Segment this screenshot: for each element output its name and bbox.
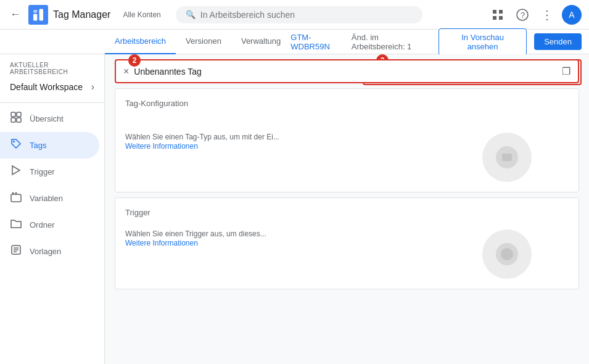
- tags-icon: [10, 138, 22, 152]
- avatar-letter: A: [569, 10, 574, 20]
- badge-2: 2: [128, 54, 141, 67]
- svg-rect-6: [493, 16, 496, 20]
- vorlagen-icon: [10, 244, 22, 259]
- sidebar-item-label: Tags: [30, 141, 46, 150]
- svg-rect-12: [11, 118, 15, 122]
- help-icon: ?: [516, 9, 529, 21]
- svg-text:?: ?: [521, 10, 525, 20]
- tag-config-title: Tag-Konfiguration: [125, 99, 355, 108]
- changes-label: Änd. im Arbeitsbereich: 1: [352, 33, 431, 51]
- variablen-icon: [10, 191, 22, 205]
- svg-rect-4: [493, 10, 496, 14]
- workspace-label: AKTUELLER ARBEITSBEREICH: [10, 62, 94, 75]
- tag-header: 2 × Unbenanntes Tag ❒: [115, 59, 355, 83]
- svg-rect-2: [39, 9, 43, 20]
- ubersicht-icon: [10, 112, 22, 126]
- trigger-link[interactable]: Weitere Informationen: [125, 239, 198, 247]
- top-bar-icons: ? ⋮ A: [488, 5, 582, 25]
- workspace-section: AKTUELLER ARBEITSBEREICH Default Workspa…: [0, 54, 104, 100]
- search-icon: 🔍: [186, 10, 196, 19]
- help-icon-button[interactable]: ?: [513, 5, 532, 25]
- tab-verwaltung[interactable]: Verwaltung: [231, 30, 290, 54]
- svg-point-18: [15, 192, 17, 194]
- sidebar-item-label: Trigger: [30, 167, 55, 176]
- workspace-name-button[interactable]: Default Workspace ›: [10, 79, 94, 95]
- tag-config-description: Wählen Sie einen Tag-Typ aus, um mit der…: [125, 133, 355, 141]
- svg-rect-16: [11, 194, 21, 202]
- tab-versionen[interactable]: Versionen: [176, 30, 231, 54]
- ordner-icon: [10, 218, 22, 232]
- sidebar: AKTUELLER ARBEITSBEREICH Default Workspa…: [0, 54, 105, 364]
- sidebar-divider: [0, 102, 104, 103]
- svg-rect-5: [499, 10, 503, 14]
- search-bar[interactable]: 🔍: [176, 6, 422, 23]
- svg-point-14: [13, 141, 15, 143]
- trigger-icon: [10, 165, 22, 179]
- tag-close-button[interactable]: ×: [123, 66, 129, 77]
- grid-icon: [492, 9, 504, 21]
- svg-rect-3: [33, 10, 37, 13]
- svg-marker-15: [12, 166, 20, 175]
- send-button[interactable]: Senden: [534, 33, 582, 50]
- grid-icon-button[interactable]: [488, 5, 508, 25]
- tab-arbeitsbereich[interactable]: Arbeitsbereich: [105, 30, 176, 54]
- sidebar-item-ubersicht[interactable]: Übersicht: [0, 105, 99, 132]
- sidebar-item-label: Ordner: [30, 220, 54, 230]
- search-input[interactable]: [200, 10, 413, 20]
- svg-rect-11: [17, 112, 21, 117]
- svg-point-17: [12, 192, 14, 194]
- sidebar-item-ordner[interactable]: Ordner: [0, 212, 99, 238]
- alle-konten-link[interactable]: Alle Konten: [123, 10, 160, 19]
- trigger-section-title: Trigger: [125, 208, 355, 217]
- content-area: Tags 1 🔍 Neu Name ↑ Typ Auslösende Trigg…: [105, 54, 589, 364]
- user-avatar[interactable]: A: [562, 5, 582, 25]
- tags-main: Tags 1 🔍 Neu Name ↑ Typ Auslösende Trigg…: [105, 54, 355, 364]
- tag-config-box[interactable]: Tag-Konfiguration Wählen Sie einen Tag-T…: [115, 88, 355, 192]
- sidebar-item-label: Vorlagen: [30, 247, 61, 256]
- tag-config-link[interactable]: Weitere Informationen: [125, 142, 198, 151]
- tag-edit-panel: 2 × Unbenanntes Tag ❒ Tag-Konfiguration …: [105, 54, 355, 364]
- svg-rect-10: [11, 112, 15, 117]
- sidebar-item-variablen[interactable]: Variablen: [0, 185, 99, 212]
- more-icon-button[interactable]: ⋮: [537, 5, 557, 25]
- sidebar-item-tags[interactable]: Tags: [0, 132, 99, 159]
- workspace-chevron-icon: ›: [91, 81, 94, 93]
- back-button[interactable]: ←: [7, 6, 23, 23]
- trigger-section-box[interactable]: Trigger Wählen Sie einen Trigger aus, um…: [115, 197, 355, 289]
- workspace-name-text: Default Workspace: [10, 82, 83, 92]
- svg-rect-1: [33, 14, 37, 20]
- sidebar-item-trigger[interactable]: Trigger: [0, 159, 99, 185]
- sidebar-item-vorlagen[interactable]: Vorlagen: [0, 238, 99, 265]
- container-id: GTM-WDBR59N: [290, 33, 344, 51]
- sidebar-item-label: Übersicht: [30, 114, 64, 123]
- nav-tabs: Arbeitsbereich Versionen Verwaltung GTM-…: [0, 30, 589, 54]
- svg-rect-7: [499, 16, 503, 20]
- preview-button[interactable]: In Vorschau ansehen: [439, 28, 527, 56]
- sidebar-item-label: Variablen: [30, 194, 63, 203]
- google-tag-manager-logo: [28, 5, 48, 25]
- more-icon: ⋮: [541, 7, 553, 22]
- app-title: Tag Manager: [53, 9, 110, 20]
- svg-rect-0: [28, 5, 48, 25]
- tag-name-text[interactable]: Unbenanntes Tag: [134, 67, 355, 77]
- nav-right: GTM-WDBR59N Änd. im Arbeitsbereich: 1 In…: [290, 28, 589, 56]
- top-bar: ← Tag Manager Alle Konten 🔍 ? ⋮: [0, 0, 589, 30]
- trigger-description: Wählen Sie einen Trigger aus, um dieses.…: [125, 230, 355, 238]
- main-layout: AKTUELLER ARBEITSBEREICH Default Workspa…: [0, 54, 589, 364]
- svg-rect-13: [17, 118, 21, 122]
